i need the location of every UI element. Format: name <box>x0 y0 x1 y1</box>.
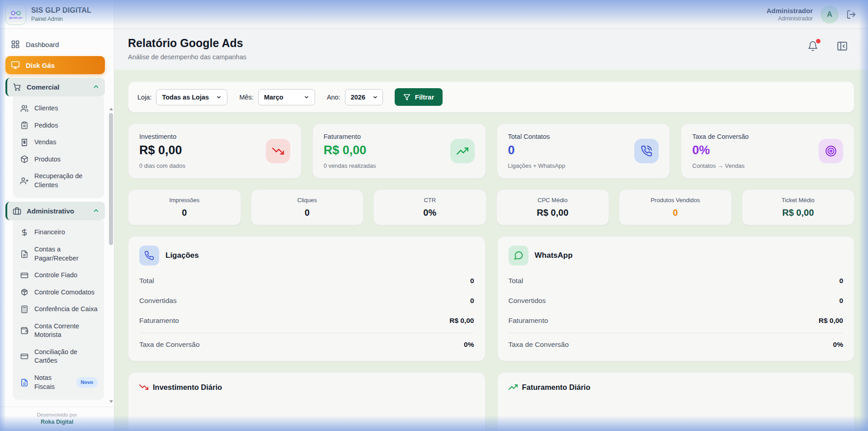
sidebar-item-disk-gas[interactable]: Disk Gás <box>5 56 105 74</box>
faturamento-diario-chart: Faturamento Diário <box>497 372 855 431</box>
sidebar-section-label: Administrativo <box>27 207 74 215</box>
metric-value: 0 <box>625 208 726 218</box>
sidebar-item-label: Vendas <box>34 138 56 147</box>
sidebar-section-administrativo[interactable]: Administrativo <box>5 202 105 220</box>
row-value: R$ 0,00 <box>449 317 474 325</box>
whatsapp-panel: WhatsApp Total 0 Convertidos 0 Faturamen… <box>497 236 855 361</box>
content: Loja: Todas as Lojas Mês: Março Ano: <box>114 70 868 431</box>
topbar: Administrador Administrador A <box>114 0 868 29</box>
row-value: 0 <box>839 277 843 285</box>
filtrar-button[interactable]: Filtrar <box>395 88 443 106</box>
loja-select[interactable]: Todas as Lojas <box>156 89 227 105</box>
stat-card-faturamento: Faturamento R$ 0,00 0 vendas realizadas <box>312 123 486 179</box>
metric-value: 0% <box>379 208 481 218</box>
row-value: 0 <box>470 297 474 305</box>
sidebar-item-notas-fiscais[interactable]: Notas Fiscais Novo <box>16 369 101 395</box>
metric-card-ctr: CTR 0% <box>373 189 486 225</box>
sidebar-nav: Dashboard Disk Gás Comercial Clientes <box>0 29 114 407</box>
stat-label: Taxa de Conversão <box>692 133 749 140</box>
shopping-cart-icon <box>13 83 21 91</box>
investimento-diario-chart: Investimento Diário <box>128 372 486 431</box>
filter-bar: Loja: Todas as Lojas Mês: Março Ano: <box>128 81 854 113</box>
sidebar-item-recuperacao-clientes[interactable]: Recuperação de Clientes <box>16 168 101 194</box>
developer-name[interactable]: Roka Digital <box>0 419 114 425</box>
scroll-down-arrow[interactable] <box>109 400 113 403</box>
sidebar-footer: Desenvolvido por Roka Digital <box>0 407 114 431</box>
sidebar-item-financeiro[interactable]: Financeiro <box>16 224 101 241</box>
sidebar-item-conferencia-caixa[interactable]: Conferência de Caixa <box>16 301 101 318</box>
stat-texts: Investimento R$ 0,00 0 dias com dados <box>139 133 185 169</box>
stat-cards-row: Investimento R$ 0,00 0 dias com dados Fa… <box>128 123 854 179</box>
row-label: Taxa de Conversão <box>139 341 200 349</box>
sidebar-section-label: Comercial <box>27 83 60 91</box>
mes-select[interactable]: Março <box>258 89 315 105</box>
chart-title: Faturamento Diário <box>522 383 590 392</box>
notifications-button[interactable] <box>807 41 818 52</box>
sidebar-item-label: Controle Fiado <box>34 271 77 280</box>
main-area: Administrador Administrador A Relatório … <box>114 0 868 431</box>
sidebar-item-contas-pagar-receber[interactable]: Contas a Pagar/Receber <box>16 241 101 267</box>
stat-sub: Contatos → Vendas <box>692 162 749 169</box>
row-value: 0% <box>833 341 843 349</box>
sidebar: glp ads pro SIS GLP DIGITAL Painel Admin… <box>0 0 114 431</box>
stat-texts: Taxa de Conversão 0% Contatos → Vendas <box>692 133 749 169</box>
card-icon <box>20 352 28 360</box>
trending-down-icon <box>139 383 148 392</box>
sidebar-item-conciliacao-cartoes[interactable]: Conciliação de Cartões <box>16 344 101 369</box>
logout-button[interactable] <box>846 9 856 19</box>
ano-select[interactable]: 2026 <box>345 89 383 105</box>
sidebar-item-produtos[interactable]: Produtos <box>16 151 101 168</box>
briefcase-icon <box>13 207 21 215</box>
scroll-up-arrow[interactable] <box>109 108 113 110</box>
page-title: Relatório Google Ads <box>128 37 246 50</box>
chevron-down-icon <box>373 95 378 100</box>
receipt-icon <box>20 138 28 147</box>
metric-card-cpc-medio: CPC Médio R$ 0,00 <box>496 189 609 225</box>
row-value: 0% <box>464 341 474 349</box>
sidebar-item-clientes[interactable]: Clientes <box>16 100 101 117</box>
metric-value: 0 <box>257 208 358 218</box>
stat-label: Total Contatos <box>508 133 566 140</box>
page-subtitle: Análise de desempenho das campanhas <box>128 53 246 61</box>
row-label: Taxa de Conversão <box>509 341 569 349</box>
panel-collapse-icon <box>836 40 848 52</box>
invoice-file-icon <box>20 379 28 387</box>
avatar[interactable]: A <box>821 5 839 24</box>
panel-row-taxa-conversao: Taxa de Conversão 0% <box>139 333 474 355</box>
stat-value: 0% <box>692 143 749 157</box>
panel-row-taxa-conversao: Taxa de Conversão 0% <box>509 333 844 355</box>
phone-icon <box>139 246 159 265</box>
dashboard-grid-icon <box>11 40 20 49</box>
sidebar-item-pedidos[interactable]: Pedidos <box>16 117 101 134</box>
sidebar-item-label: Conferência de Caixa <box>34 305 97 314</box>
user-name: Administrador <box>766 7 813 14</box>
collapse-panel-button[interactable] <box>836 40 848 52</box>
sidebar-item-dashboard[interactable]: Dashboard <box>5 35 105 53</box>
dollar-icon <box>20 228 28 237</box>
sidebar-item-controle-comodatos[interactable]: Controle Comodatos <box>16 284 101 301</box>
logout-icon <box>846 9 856 19</box>
stat-value: R$ 0,00 <box>139 143 185 157</box>
panel-row-faturamento: Faturamento R$ 0,00 <box>509 311 844 331</box>
chart-header: Investimento Diário <box>139 383 474 392</box>
user-info: Administrador Administrador <box>766 7 813 22</box>
wallet-icon <box>20 327 28 335</box>
boxes-icon <box>20 288 28 296</box>
metric-value: R$ 0,00 <box>502 208 604 218</box>
app-title-block: SIS GLP DIGITAL Painel Admin <box>31 6 91 22</box>
package-icon <box>20 155 28 163</box>
row-label: Total <box>139 277 154 285</box>
metric-label: Cliques <box>257 197 358 204</box>
logo-glasses-icon <box>10 10 22 16</box>
sidebar-item-conta-corrente-motorista[interactable]: Conta Corrente Motorista <box>16 318 101 344</box>
metric-value: 0 <box>134 208 235 218</box>
stat-card-taxa-conversao: Taxa de Conversão 0% Contatos → Vendas <box>681 123 854 179</box>
sidebar-section-comercial[interactable]: Comercial <box>5 78 105 96</box>
scrollbar-thumb[interactable] <box>109 113 113 245</box>
stat-card-investimento: Investimento R$ 0,00 0 dias com dados <box>128 123 302 179</box>
sidebar-item-vendas[interactable]: Vendas <box>16 134 101 151</box>
sidebar-item-label: Contas a Pagar/Receber <box>34 245 98 263</box>
sidebar-scrollbar[interactable] <box>109 108 113 403</box>
ano-label: Ano: <box>327 94 340 101</box>
sidebar-item-controle-fiado[interactable]: Controle Fiado <box>16 267 101 284</box>
